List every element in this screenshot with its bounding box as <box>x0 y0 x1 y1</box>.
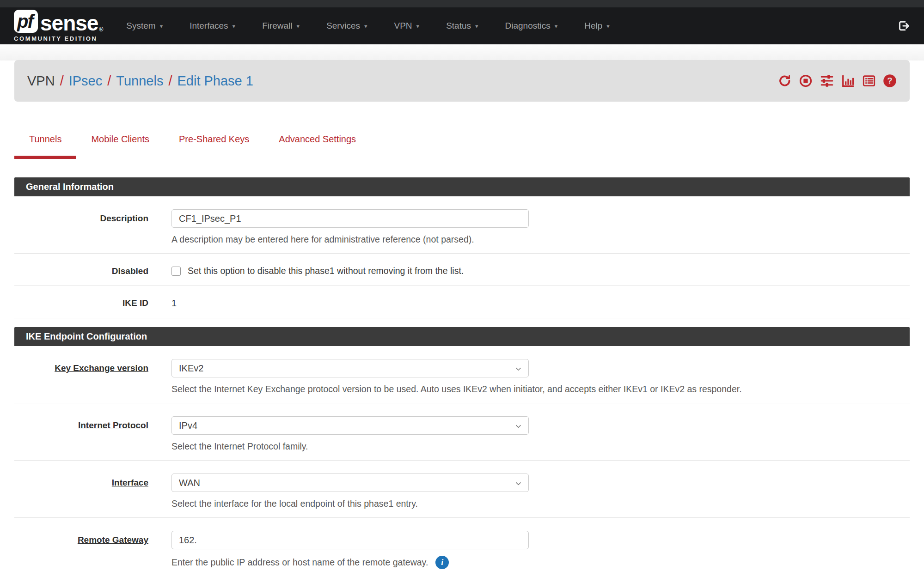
interface-label: Interface <box>14 474 148 509</box>
info-icon[interactable]: i <box>435 556 449 569</box>
window-top-strip <box>0 0 924 7</box>
form-row-ike-id: IKE ID 1 <box>14 286 910 318</box>
caret-down-icon: ▾ <box>555 23 558 30</box>
tab-tunnels[interactable]: Tunnels <box>14 134 76 159</box>
internet-protocol-value: IPv4 <box>179 420 197 431</box>
pfsense-logo-mark: pf <box>14 10 38 33</box>
nav-menu: System ▾ Interfaces ▾ Firewall ▾ Service… <box>126 21 610 31</box>
breadcrumb-section: VPN <box>27 73 55 89</box>
breadcrumb-actions: ? <box>778 74 897 88</box>
sliders-icon[interactable] <box>820 74 834 88</box>
nav-label: Diagnostics <box>505 21 551 31</box>
chevron-down-icon <box>514 422 522 432</box>
key-exchange-value: IKEv2 <box>179 363 203 374</box>
panel-general-information: General Information Description A descri… <box>14 177 910 318</box>
remote-gateway-help: Enter the public IP address or host name… <box>171 557 428 568</box>
disabled-label: Disabled <box>14 266 148 276</box>
nav-item-vpn[interactable]: VPN ▾ <box>394 21 420 31</box>
nav-label: Interfaces <box>190 21 228 31</box>
ike-id-value: 1 <box>171 298 910 309</box>
form-row-disabled: Disabled Set this option to disable this… <box>14 254 910 286</box>
caret-down-icon: ▾ <box>364 23 367 30</box>
registered-mark: ® <box>99 26 103 33</box>
community-edition-label: COMMUNITY EDITION <box>14 35 103 42</box>
breadcrumb-separator: / <box>102 73 116 89</box>
page-top-gradient <box>0 44 924 61</box>
breadcrumb-link-edit-phase1[interactable]: Edit Phase 1 <box>177 73 253 89</box>
nav-item-interfaces[interactable]: Interfaces ▾ <box>190 21 235 31</box>
nav-item-status[interactable]: Status ▾ <box>446 21 478 31</box>
nav-item-system[interactable]: System ▾ <box>126 21 163 31</box>
disabled-checkbox-text[interactable]: Set this option to disable this phase1 w… <box>188 266 464 276</box>
interface-help: Select the interface for the local endpo… <box>171 498 910 509</box>
list-icon[interactable] <box>862 74 876 88</box>
form-row-internet-protocol: Internet Protocol IPv4 Select the Intern… <box>14 403 910 461</box>
interface-select[interactable]: WAN <box>171 474 529 492</box>
key-exchange-select[interactable]: IKEv2 <box>171 359 529 377</box>
interface-value: WAN <box>179 478 200 488</box>
disabled-checkbox[interactable] <box>171 267 181 276</box>
caret-down-icon: ▾ <box>475 23 478 30</box>
description-help: A description may be entered here for ad… <box>171 234 910 245</box>
nav-label: Help <box>584 21 602 31</box>
caret-down-icon: ▾ <box>416 23 420 30</box>
form-row-interface: Interface WAN Select the interface for t… <box>14 461 910 518</box>
svg-text:?: ? <box>887 76 892 85</box>
form-row-key-exchange: Key Exchange version IKEv2 Select the In… <box>14 346 910 403</box>
description-label: Description <box>14 209 148 245</box>
caret-down-icon: ▾ <box>606 23 610 30</box>
form-row-description: Description A description may be entered… <box>14 196 910 254</box>
bar-chart-icon[interactable] <box>841 74 855 88</box>
breadcrumb-link-tunnels[interactable]: Tunnels <box>116 73 163 89</box>
nav-label: System <box>126 21 155 31</box>
caret-down-icon: ▾ <box>233 23 236 30</box>
nav-item-help[interactable]: Help ▾ <box>584 21 610 31</box>
panel-title: General Information <box>14 177 910 196</box>
panel-ike-endpoint-configuration: IKE Endpoint Configuration Key Exchange … <box>14 327 910 571</box>
nav-item-services[interactable]: Services ▾ <box>326 21 367 31</box>
caret-down-icon: ▾ <box>160 23 163 30</box>
chevron-down-icon <box>514 364 522 375</box>
internet-protocol-select[interactable]: IPv4 <box>171 416 529 435</box>
breadcrumb: VPN / IPsec / Tunnels / Edit Phase 1 <box>14 60 910 102</box>
key-exchange-help: Select the Internet Key Exchange protoco… <box>171 384 910 395</box>
remote-gateway-input[interactable] <box>171 531 529 549</box>
logo-pf-text: pf <box>17 11 35 32</box>
chevron-down-icon <box>514 479 522 490</box>
sign-out-icon[interactable] <box>897 19 910 32</box>
key-exchange-label: Key Exchange version <box>14 359 148 395</box>
remote-gateway-label: Remote Gateway <box>14 531 148 569</box>
caret-down-icon: ▾ <box>297 23 300 30</box>
nav-label: Services <box>326 21 360 31</box>
tab-pre-shared-keys[interactable]: Pre-Shared Keys <box>164 134 264 159</box>
nav-label: VPN <box>394 21 412 31</box>
ike-id-label: IKE ID <box>14 298 148 309</box>
pfsense-logo[interactable]: pf sense ® COMMUNITY EDITION <box>14 10 103 42</box>
refresh-icon[interactable] <box>778 74 792 88</box>
nav-label: Firewall <box>262 21 292 31</box>
ipsec-tab-bar: Tunnels Mobile Clients Pre-Shared Keys A… <box>14 134 910 159</box>
breadcrumb-link-ipsec[interactable]: IPsec <box>69 73 103 89</box>
main-navbar: pf sense ® COMMUNITY EDITION System ▾ In… <box>0 7 924 44</box>
internet-protocol-help: Select the Internet Protocol family. <box>171 441 910 452</box>
form-row-remote-gateway: Remote Gateway Enter the public IP addre… <box>14 518 910 571</box>
nav-item-diagnostics[interactable]: Diagnostics ▾ <box>505 21 558 31</box>
description-input[interactable] <box>171 209 529 228</box>
breadcrumb-separator: / <box>163 73 177 89</box>
tab-mobile-clients[interactable]: Mobile Clients <box>76 134 164 159</box>
breadcrumb-separator: / <box>55 73 69 89</box>
logo-sense-text: sense <box>40 14 98 33</box>
nav-label: Status <box>446 21 471 31</box>
panel-title: IKE Endpoint Configuration <box>14 327 910 346</box>
stop-circle-icon[interactable] <box>799 74 813 88</box>
help-icon[interactable]: ? <box>883 74 897 88</box>
internet-protocol-label: Internet Protocol <box>14 416 148 452</box>
tab-advanced-settings[interactable]: Advanced Settings <box>264 134 371 159</box>
nav-item-firewall[interactable]: Firewall ▾ <box>262 21 300 31</box>
